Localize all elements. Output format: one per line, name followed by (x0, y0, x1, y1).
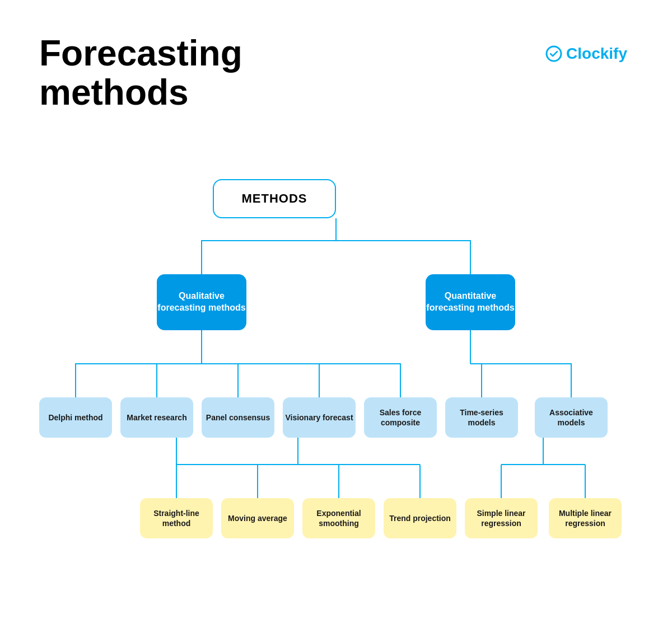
node-delphi: Delphi method (39, 397, 112, 438)
page-title: Forecastingmethods (39, 34, 242, 112)
svg-point-0 (547, 46, 561, 61)
node-panel: Panel consensus (202, 397, 274, 438)
node-straightline: Straight-line method (140, 498, 213, 538)
node-timeseries: Time-series models (445, 397, 518, 438)
node-qualitative: Qualitative forecasting methods (157, 274, 246, 330)
node-quantitative: Quantitative forecasting methods (426, 274, 515, 330)
node-trend: Trend projection (384, 498, 456, 538)
logo-text: Clockify (566, 45, 627, 63)
node-sales: Sales force composite (364, 397, 437, 438)
node-root: METHODS (213, 179, 336, 218)
node-associative: Associative models (535, 397, 608, 438)
node-market: Market research (120, 397, 193, 438)
node-moving: Moving average (221, 498, 294, 538)
clockify-logo-icon (545, 45, 563, 63)
node-simple: Simple linear regression (465, 498, 538, 538)
node-visionary: Visionary forecast (283, 397, 356, 438)
logo: Clockify (545, 45, 627, 63)
page-header: Forecastingmethods (39, 34, 242, 112)
node-multiple: Multiple linear regression (549, 498, 622, 538)
node-exponential: Exponential smoothing (302, 498, 375, 538)
